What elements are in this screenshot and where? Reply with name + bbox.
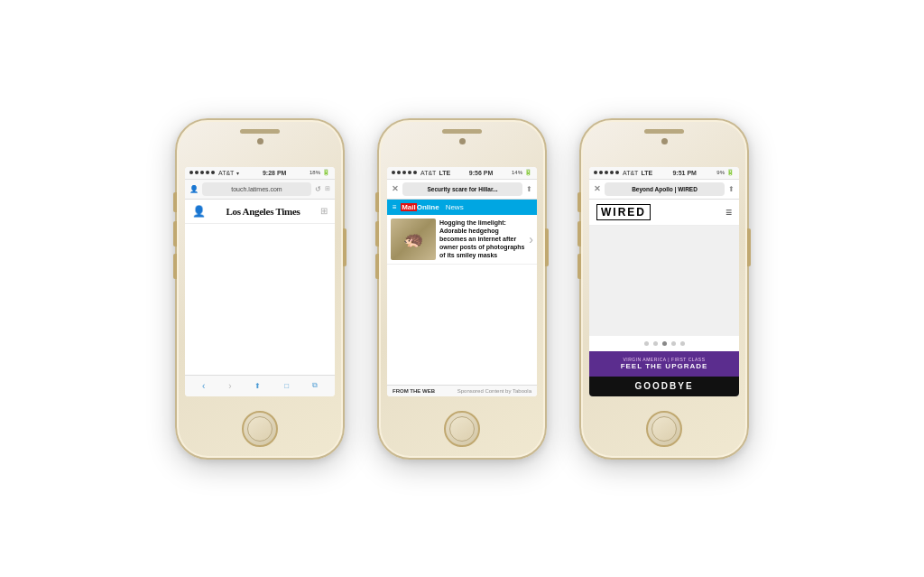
back-btn-latimes[interactable]: ‹ xyxy=(202,381,205,391)
mailonline-article: 🦔 Hogging the limelight: Adorable hedgeh… xyxy=(387,215,537,265)
battery-pct-wired: 9% xyxy=(716,170,725,175)
close-icon-mail[interactable]: ✕ xyxy=(392,184,399,193)
battery-icon-wired: 🔋 xyxy=(726,169,735,176)
mailonline-nav: ≡ MailOnline News xyxy=(387,200,537,215)
close-icon-wired[interactable]: ✕ xyxy=(594,184,601,193)
latimes-header: 👤 Los Angeles Times ⊞ xyxy=(185,200,335,224)
time-wired: 9:51 PM xyxy=(672,170,696,176)
carrier-wired: AT&T xyxy=(623,170,638,176)
home-btn-mail[interactable] xyxy=(444,411,480,447)
share-icon-wired[interactable]: ⬆ xyxy=(728,185,735,193)
wired-dots xyxy=(589,336,739,351)
mute-btn-latimes xyxy=(173,192,177,212)
signal-dot-2 xyxy=(195,171,199,174)
screen-body-wired: WIRED ≡ virgin america | First Class xyxy=(589,200,739,396)
phones-container: AT&T ▾ 9:28 PM 18% 🔋 👤 touch.latimes.com… xyxy=(157,100,767,478)
signal-dot-w2 xyxy=(599,171,603,174)
reload-icon-latimes[interactable]: ↺ xyxy=(315,185,321,193)
sponsored-label: Sponsored Content by Taboola xyxy=(457,388,531,394)
status-bar-wired: AT&T LTE 9:51 PM 9% 🔋 xyxy=(589,167,739,180)
virgin-ad[interactable]: virgin america | First Class FEEL THE UP… xyxy=(589,351,739,377)
dot-3-active xyxy=(662,341,667,346)
forward-btn-latimes[interactable]: › xyxy=(228,381,231,391)
vol-up-btn-wired xyxy=(578,221,581,247)
signal-dot-1 xyxy=(189,171,193,174)
bookmarks-btn-latimes[interactable]: □ xyxy=(284,382,289,390)
speaker-mail xyxy=(442,129,482,134)
person-icon-sm: 👤 xyxy=(192,205,206,218)
vol-down-btn-wired xyxy=(578,254,581,279)
sleep-btn-wired xyxy=(747,228,751,266)
mute-btn-wired xyxy=(578,192,581,212)
iphone-wired: AT&T LTE 9:51 PM 9% 🔋 ✕ Beyond Apollo | … xyxy=(579,118,749,460)
status-left-mail: AT&T LTE xyxy=(392,170,450,176)
virgin-main-text: FEEL THE UPGRADE xyxy=(621,362,708,370)
signal-dot-m4 xyxy=(408,171,411,174)
home-btn-inner-mail xyxy=(449,416,475,442)
speaker-latimes xyxy=(240,129,280,134)
url-title-mail: Security scare for Hillar... xyxy=(427,186,497,192)
wired-header: WIRED ≡ xyxy=(589,200,739,226)
signal-dot-4 xyxy=(206,171,209,174)
from-web-bar: FROM THE WEB Sponsored Content by Tabool… xyxy=(387,385,537,396)
article-text: Hogging the limelight: Adorable hedgehog… xyxy=(439,219,525,259)
signal-wired xyxy=(594,171,620,174)
battery-pct-mail: 14% xyxy=(512,170,522,175)
home-btn-wired[interactable] xyxy=(646,411,682,447)
share-icon-mail[interactable]: ⬆ xyxy=(526,185,532,193)
dot-5 xyxy=(680,341,685,346)
signal-dot-m5 xyxy=(413,171,417,174)
screen-wired: AT&T LTE 9:51 PM 9% 🔋 ✕ Beyond Apollo | … xyxy=(589,167,739,396)
iphone-top-wired xyxy=(644,120,684,144)
sleep-btn-mail xyxy=(545,228,549,266)
url-field-mail[interactable]: Security scare for Hillar... xyxy=(402,182,522,196)
dot-2 xyxy=(653,341,658,346)
hedgehog-image: 🦔 xyxy=(391,219,436,260)
url-field-wired[interactable]: Beyond Apollo | WIRED xyxy=(605,182,725,196)
screen-body-mail: ≡ MailOnline News 🦔 Hogging the limeligh… xyxy=(387,200,537,396)
mailonline-logo-text: MailOnline xyxy=(401,203,439,211)
wired-logo: WIRED xyxy=(596,204,651,220)
signal-dot-m3 xyxy=(402,171,406,174)
wifi-latimes: ▾ xyxy=(236,170,239,176)
status-left-wired: AT&T LTE xyxy=(594,170,652,176)
url-field-latimes[interactable]: touch.latimes.com xyxy=(202,182,311,196)
iphone-top-latimes xyxy=(240,120,280,144)
url-bar-mail: ✕ Security scare for Hillar... ⬆ xyxy=(387,180,537,200)
signal-dot-3 xyxy=(200,171,204,174)
network-wired: LTE xyxy=(641,170,652,176)
iphone-latimes: AT&T ▾ 9:28 PM 18% 🔋 👤 touch.latimes.com… xyxy=(175,118,345,460)
article-arrow-icon[interactable]: › xyxy=(529,232,533,247)
url-text-latimes: touch.latimes.com xyxy=(231,186,282,192)
camera-wired xyxy=(661,138,668,144)
url-bar-latimes: 👤 touch.latimes.com ↺ ⊞ xyxy=(185,180,335,200)
share-btn-latimes[interactable]: ⬆ xyxy=(254,382,261,390)
tabs-btn-latimes[interactable]: ⧉ xyxy=(312,381,318,390)
latimes-logo: Los Angeles Times xyxy=(226,206,300,217)
battery-pct-latimes: 18% xyxy=(310,170,320,175)
status-left-latimes: AT&T ▾ xyxy=(189,170,239,176)
home-btn-inner-wired xyxy=(651,416,677,442)
latimes-grid-icon[interactable]: ⊞ xyxy=(320,206,328,216)
mute-btn-mail xyxy=(375,192,379,212)
signal-latimes xyxy=(189,171,216,174)
mail-content-space xyxy=(387,265,537,391)
grid-icon-latimes[interactable]: ⊞ xyxy=(325,185,330,192)
vol-up-btn-latimes xyxy=(173,221,177,247)
goodbye-ad[interactable]: GOODBYE xyxy=(589,377,739,396)
wired-menu-icon[interactable]: ≡ xyxy=(725,206,732,219)
bottom-toolbar-latimes: ‹ › ⬆ □ ⧉ xyxy=(185,375,335,396)
signal-dot-w5 xyxy=(615,171,619,174)
vol-down-btn-latimes xyxy=(173,254,177,279)
home-btn-latimes[interactable] xyxy=(242,411,278,447)
virgin-ad-content: virgin america | First Class FEEL THE UP… xyxy=(621,357,708,370)
signal-dot-w1 xyxy=(594,171,597,174)
speaker-wired xyxy=(644,129,684,134)
status-right-mail: 14% 🔋 xyxy=(512,169,532,176)
mail-hamburger[interactable]: ≡ xyxy=(393,203,397,211)
url-bar-wired: ✕ Beyond Apollo | WIRED ⬆ xyxy=(589,180,739,200)
battery-icon-latimes: 🔋 xyxy=(322,169,330,176)
battery-icon-mail: 🔋 xyxy=(524,169,532,176)
signal-dot-m1 xyxy=(392,171,395,174)
iphone-top-mail xyxy=(442,120,482,144)
